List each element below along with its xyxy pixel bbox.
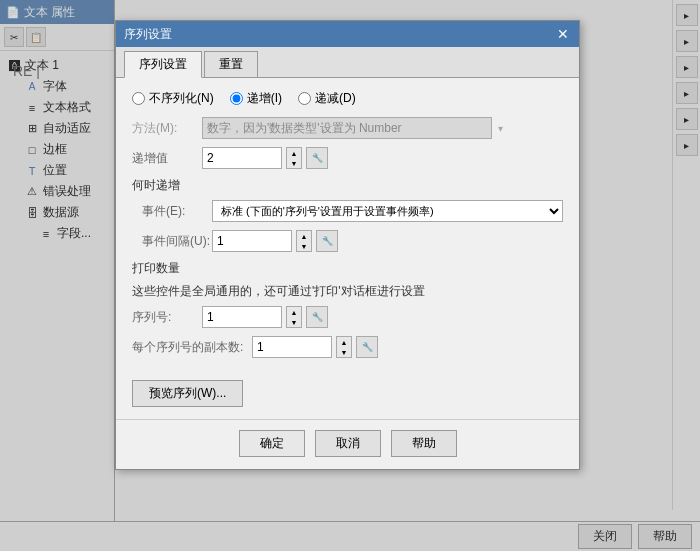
interval-label: 事件间隔(U): — [142, 233, 212, 250]
increment-value-up[interactable]: ▲ — [287, 148, 301, 158]
radio-decrement[interactable]: 递减(D) — [298, 90, 356, 107]
when-to-increment-section: 事件(E): 标准 (下面的'序列号'设置用于设置事件频率) 事件间隔(U): … — [132, 200, 563, 252]
ok-button[interactable]: 确定 — [239, 430, 305, 457]
event-select[interactable]: 标准 (下面的'序列号'设置用于设置事件频率) — [212, 200, 563, 222]
print-quantity-desc: 这些控件是全局通用的，还可通过'打印'对话框进行设置 — [132, 283, 563, 300]
interval-spinner: ▲ ▼ — [296, 230, 312, 252]
copies-per-serial-input[interactable] — [252, 336, 332, 358]
interval-row: 事件间隔(U): ▲ ▼ 🔧 — [142, 230, 563, 252]
method-row: 方法(M): ▾ — [132, 117, 563, 139]
cancel-button[interactable]: 取消 — [315, 430, 381, 457]
print-quantity-title: 打印数量 — [132, 260, 563, 277]
copies-per-serial-label: 每个序列号的副本数: — [132, 339, 252, 356]
serial-number-icon-btn[interactable]: 🔧 — [306, 306, 328, 328]
copies-per-serial-control: ▲ ▼ 🔧 — [252, 336, 563, 358]
copies-per-serial-down[interactable]: ▼ — [337, 347, 351, 357]
radio-increment[interactable]: 递增(I) — [230, 90, 282, 107]
help-modal-button[interactable]: 帮助 — [391, 430, 457, 457]
serial-number-label: 序列号: — [132, 309, 202, 326]
copies-per-serial-up[interactable]: ▲ — [337, 337, 351, 347]
modal-titlebar: 序列设置 ✕ — [116, 21, 579, 47]
modal-dialog: 序列设置 ✕ 序列设置 重置 不序列化(N) 递增(I) — [115, 20, 580, 470]
serialization-radio-group: 不序列化(N) 递增(I) 递减(D) — [132, 90, 563, 107]
modal-body: 不序列化(N) 递增(I) 递减(D) 方法(M): — [116, 78, 579, 419]
copies-per-serial-row: 每个序列号的副本数: ▲ ▼ 🔧 — [132, 336, 563, 358]
interval-control: ▲ ▼ 🔧 — [212, 230, 563, 252]
serial-number-row: 序列号: ▲ ▼ 🔧 — [132, 306, 563, 328]
serial-number-down[interactable]: ▼ — [287, 317, 301, 327]
method-input — [202, 117, 492, 139]
serial-number-input[interactable] — [202, 306, 282, 328]
preview-btn-container: 预览序列(W)... — [132, 368, 563, 407]
modal-title: 序列设置 — [124, 26, 172, 43]
interval-up[interactable]: ▲ — [297, 231, 311, 241]
serial-number-spinner: ▲ ▼ — [286, 306, 302, 328]
modal-footer: 确定 取消 帮助 — [116, 419, 579, 469]
modal-overlay: 序列设置 ✕ 序列设置 重置 不序列化(N) 递增(I) — [0, 0, 700, 551]
radio-decrement-label: 递减(D) — [315, 90, 356, 107]
copies-per-serial-spinner: ▲ ▼ — [336, 336, 352, 358]
interval-icon-btn[interactable]: 🔧 — [316, 230, 338, 252]
when-to-increment-title: 何时递增 — [132, 177, 563, 194]
preview-sequence-button[interactable]: 预览序列(W)... — [132, 380, 243, 407]
event-control: 标准 (下面的'序列号'设置用于设置事件频率) — [212, 200, 563, 222]
method-dropdown-icon: ▾ — [498, 123, 503, 134]
modal-tabs: 序列设置 重置 — [116, 47, 579, 78]
serial-number-control: ▲ ▼ 🔧 — [202, 306, 563, 328]
print-quantity-section: 打印数量 这些控件是全局通用的，还可通过'打印'对话框进行设置 序列号: ▲ ▼… — [132, 260, 563, 358]
interval-input[interactable] — [212, 230, 292, 252]
radio-none[interactable]: 不序列化(N) — [132, 90, 214, 107]
serial-number-up[interactable]: ▲ — [287, 307, 301, 317]
tab-reset[interactable]: 重置 — [204, 51, 258, 77]
radio-none-input[interactable] — [132, 92, 145, 105]
interval-down[interactable]: ▼ — [297, 241, 311, 251]
radio-increment-input[interactable] — [230, 92, 243, 105]
radio-increment-label: 递增(I) — [247, 90, 282, 107]
method-label: 方法(M): — [132, 120, 202, 137]
increment-value-down[interactable]: ▼ — [287, 158, 301, 168]
increment-value-control: ▲ ▼ 🔧 — [202, 147, 563, 169]
increment-value-spinner: ▲ ▼ — [286, 147, 302, 169]
increment-value-icon-btn[interactable]: 🔧 — [306, 147, 328, 169]
event-row: 事件(E): 标准 (下面的'序列号'设置用于设置事件频率) — [142, 200, 563, 222]
radio-none-label: 不序列化(N) — [149, 90, 214, 107]
copies-per-serial-icon-btn[interactable]: 🔧 — [356, 336, 378, 358]
increment-value-input[interactable] — [202, 147, 282, 169]
radio-decrement-input[interactable] — [298, 92, 311, 105]
modal-close-button[interactable]: ✕ — [555, 27, 571, 41]
event-label: 事件(E): — [142, 203, 212, 220]
tab-sequence-settings[interactable]: 序列设置 — [124, 51, 202, 78]
increment-value-row: 递增值 ▲ ▼ 🔧 — [132, 147, 563, 169]
app-background: 📄 文本 属性 ✂ 📋 🅰 文本 1 A 字体 ≡ 文本格式 — [0, 0, 700, 551]
method-control: ▾ — [202, 117, 563, 139]
increment-value-label: 递增值 — [132, 150, 202, 167]
